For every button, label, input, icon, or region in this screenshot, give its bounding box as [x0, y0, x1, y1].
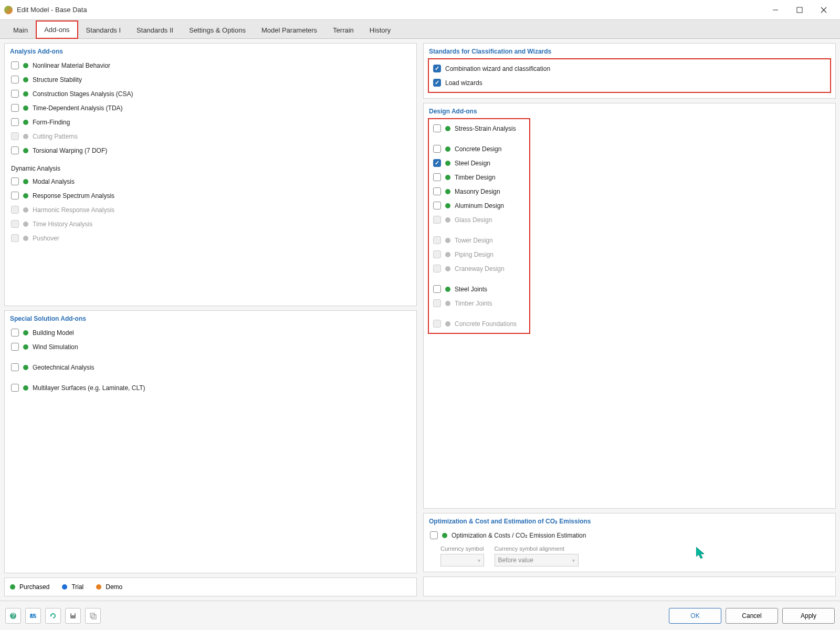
- chk-torsional[interactable]: [11, 146, 19, 154]
- status-dot: [445, 161, 450, 166]
- currency-select[interactable]: ▾: [440, 554, 484, 566]
- refresh-icon[interactable]: [45, 608, 61, 624]
- chk-wind[interactable]: [11, 343, 19, 351]
- chk-glass: [433, 216, 441, 224]
- chk-steeljoints[interactable]: [433, 285, 441, 293]
- status-dot: [445, 287, 450, 292]
- label-optimization: Optimization & Costs / CO₂ Emission Esti…: [452, 532, 586, 539]
- minimize-button[interactable]: [763, 2, 788, 18]
- chk-multilayer[interactable]: [11, 384, 19, 392]
- status-dot: [23, 120, 28, 125]
- panel-empty: [423, 576, 836, 596]
- chk-stability[interactable]: [11, 76, 19, 83]
- tab-addons[interactable]: Add-ons: [36, 20, 78, 39]
- label-tda: Time-Dependent Analysis (TDA): [33, 104, 123, 112]
- chk-form[interactable]: [11, 118, 19, 126]
- chk-steel[interactable]: [433, 159, 441, 167]
- label-steeljoints: Steel Joints: [455, 286, 487, 293]
- status-dot: [23, 179, 28, 184]
- chk-load-wizards[interactable]: [433, 79, 441, 87]
- tab-terrain[interactable]: Terrain: [325, 22, 362, 38]
- chk-aluminum[interactable]: [433, 202, 441, 209]
- alignment-select[interactable]: Before value▾: [495, 554, 579, 566]
- design-addons-title: Design Add-ons: [428, 107, 831, 118]
- chk-nonlinear[interactable]: [11, 61, 19, 69]
- label-pushover: Pushover: [33, 235, 59, 242]
- label-geo: Geotechnical Analysis: [33, 364, 94, 371]
- chevron-down-icon: ▾: [478, 558, 480, 563]
- label-masonry: Masonry Design: [455, 188, 500, 195]
- standards-highlight: Combination wizard and classification Lo…: [428, 58, 831, 93]
- svg-rect-12: [92, 615, 96, 619]
- label-form: Form-Finding: [33, 119, 70, 126]
- label-foundations: Concrete Foundations: [455, 320, 517, 328]
- chk-stress[interactable]: [433, 124, 441, 132]
- label-response: Response Spectrum Analysis: [33, 192, 114, 200]
- status-dot: [23, 365, 28, 370]
- chk-masonry[interactable]: [433, 187, 441, 195]
- chk-csa[interactable]: [11, 90, 19, 98]
- panel-design-addons: Design Add-ons Stress-Strain Analysis Co…: [423, 103, 836, 509]
- label-modal: Modal Analysis: [33, 178, 75, 185]
- maximize-button[interactable]: [788, 2, 812, 18]
- chk-combo-wizard[interactable]: [433, 65, 441, 72]
- status-dot: [23, 148, 28, 153]
- status-dot: [23, 344, 28, 350]
- chk-response[interactable]: [11, 192, 19, 200]
- legend-dot-purchased: [10, 584, 15, 590]
- label-concrete: Concrete Design: [455, 145, 501, 153]
- svg-text:?: ?: [12, 612, 15, 620]
- label-csa: Construction Stages Analysis (CSA): [33, 90, 133, 98]
- label-combo-wizard: Combination wizard and classification: [445, 65, 550, 72]
- help-icon[interactable]: ?: [5, 608, 21, 624]
- panel-standards: Standards for Classification and Wizards…: [423, 43, 836, 99]
- panel-analysis-addons: Analysis Add-ons Nonlinear Material Beha…: [4, 43, 417, 306]
- status-dot: [445, 321, 450, 327]
- design-highlight: Stress-Strain Analysis Concrete Design S…: [428, 118, 530, 334]
- save-icon[interactable]: [65, 608, 81, 624]
- label-timber: Timber Design: [455, 174, 496, 181]
- alignment-label: Currency symbol alignment: [495, 545, 579, 552]
- tab-main[interactable]: Main: [5, 22, 36, 38]
- copy-icon[interactable]: [85, 608, 101, 624]
- ok-button[interactable]: OK: [669, 608, 721, 624]
- label-wind: Wind Simulation: [33, 343, 78, 351]
- tab-standards1[interactable]: Standards I: [78, 22, 129, 38]
- cancel-button[interactable]: Cancel: [726, 608, 778, 624]
- label-torsional: Torsional Warping (7 DOF): [33, 147, 107, 154]
- units-icon[interactable]: 0.00: [25, 608, 41, 624]
- tab-model-parameters[interactable]: Model Parameters: [254, 22, 325, 38]
- label-nonlinear: Nonlinear Material Behavior: [33, 62, 110, 69]
- chk-timber[interactable]: [433, 173, 441, 181]
- status-dot: [23, 236, 28, 241]
- bottom-bar: ? 0.00 OK Cancel Apply: [0, 601, 840, 630]
- close-button[interactable]: [812, 2, 836, 18]
- chevron-down-icon: ▾: [572, 558, 575, 563]
- status-dot: [23, 63, 28, 68]
- chk-craneway: [433, 265, 441, 272]
- label-piping: Piping Design: [455, 251, 494, 258]
- chk-optimization[interactable]: [430, 531, 438, 539]
- chk-geo[interactable]: [11, 363, 19, 371]
- label-tower: Tower Design: [455, 237, 493, 244]
- chk-building[interactable]: [11, 329, 19, 337]
- tab-history[interactable]: History: [362, 22, 398, 38]
- label-stability: Structure Stability: [33, 76, 82, 83]
- panel-special-solution: Special Solution Add-ons Building Model …: [4, 310, 417, 573]
- chk-tda[interactable]: [11, 104, 19, 112]
- legend-dot-demo: [96, 584, 101, 590]
- tab-standards2[interactable]: Standards II: [129, 22, 181, 38]
- chk-tower: [433, 236, 441, 244]
- tab-settings[interactable]: Settings & Options: [181, 22, 254, 38]
- panel-optimization: Optimization & Cost and Estimation of CO…: [423, 513, 836, 572]
- chk-concrete[interactable]: [433, 145, 441, 153]
- dynamic-analysis-subhead: Dynamic Analysis: [9, 158, 412, 174]
- legend-dot-trial: [62, 584, 67, 590]
- status-dot: [23, 207, 28, 213]
- status-dot: [23, 193, 28, 198]
- chk-modal[interactable]: [11, 177, 19, 185]
- apply-button[interactable]: Apply: [782, 608, 835, 624]
- status-dot: [442, 533, 447, 538]
- status-dot: [23, 134, 28, 139]
- svg-text:0.00: 0.00: [29, 612, 37, 619]
